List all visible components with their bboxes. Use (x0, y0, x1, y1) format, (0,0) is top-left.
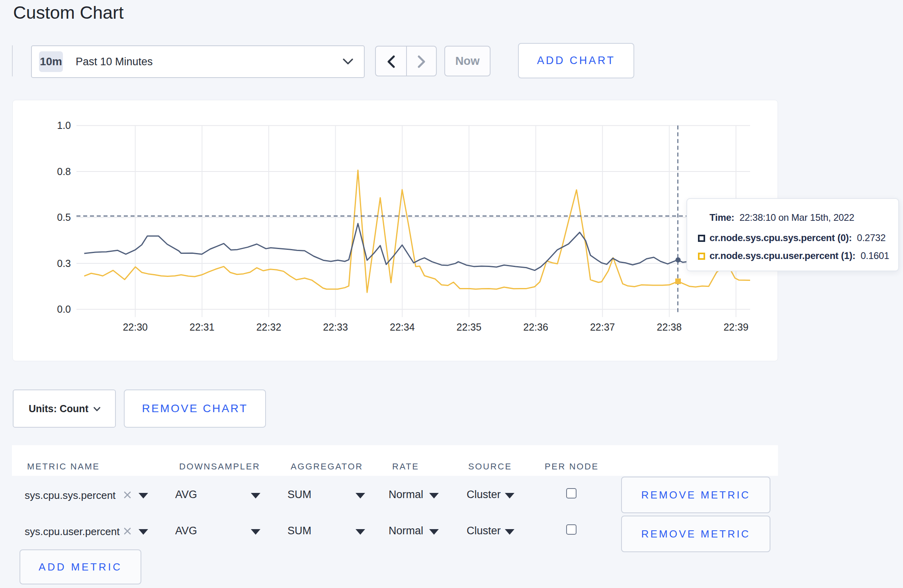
svg-text:22:35: 22:35 (457, 321, 482, 333)
svg-text:22:32: 22:32 (256, 321, 281, 333)
svg-text:0.5: 0.5 (57, 212, 71, 223)
svg-text:22:38: 22:38 (657, 321, 682, 333)
svg-text:1.0: 1.0 (57, 120, 71, 131)
svg-text:22:37: 22:37 (590, 321, 615, 333)
svg-text:0.3: 0.3 (57, 258, 71, 269)
svg-text:22:33: 22:33 (323, 321, 348, 333)
svg-text:0.0: 0.0 (57, 304, 71, 315)
svg-text:22:39: 22:39 (723, 321, 749, 333)
svg-text:22:31: 22:31 (190, 321, 215, 333)
svg-text:22:34: 22:34 (390, 321, 415, 333)
svg-text:0.8: 0.8 (57, 166, 71, 177)
svg-text:22:36: 22:36 (523, 321, 548, 333)
svg-text:22:30: 22:30 (123, 321, 148, 333)
